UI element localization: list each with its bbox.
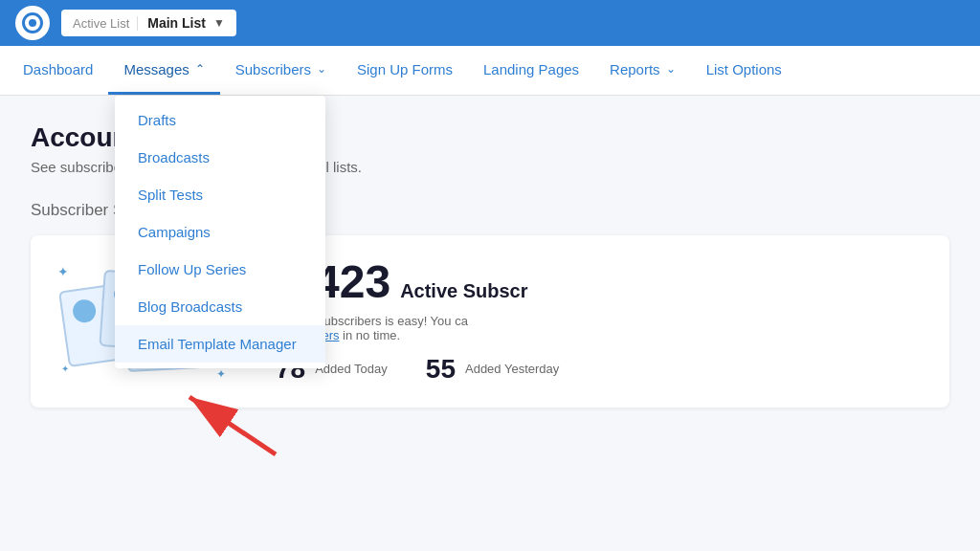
logo-icon — [22, 12, 43, 33]
chevron-up-icon: ⌃ — [195, 62, 205, 76]
added-yesterday-count: 55 — [426, 354, 456, 385]
nav-item-landing-pages[interactable]: Landing Pages — [468, 46, 594, 95]
nav-label-dashboard: Dashboard — [23, 61, 93, 77]
nav-label-messages: Messages — [123, 61, 189, 77]
sparkle-icon-5: ✦ — [216, 367, 226, 381]
card-avatar — [72, 298, 98, 324]
dropdown-item-follow-up-series[interactable]: Follow Up Series — [115, 251, 325, 288]
nav-item-list-options[interactable]: List Options — [691, 46, 797, 95]
nav-item-dashboard[interactable]: Dashboard — [8, 46, 108, 95]
nav-label-signup-forms: Sign Up Forms — [357, 61, 453, 77]
active-list-label: Active List — [73, 16, 138, 31]
nav-item-reports[interactable]: Reports ⌄ — [594, 46, 691, 95]
nav-label-subscribers: Subscribers — [235, 61, 311, 77]
dropdown-item-email-template-manager[interactable]: Email Template Manager — [115, 325, 325, 363]
top-bar: Active List Main List ▼ — [0, 0, 980, 46]
nav-item-messages[interactable]: Messages ⌃ — [108, 46, 219, 95]
dropdown-item-campaigns[interactable]: Campaigns — [115, 213, 325, 251]
chevron-down-icon-reports: ⌄ — [666, 62, 676, 76]
dropdown-item-blog-broadcasts[interactable]: Blog Broadcasts — [115, 288, 325, 325]
added-today-label: Added Today — [315, 362, 388, 376]
added-yesterday-label: Added Yesterday — [465, 362, 559, 376]
nav-item-subscribers[interactable]: Subscribers ⌄ — [220, 46, 342, 95]
main-list-label: Main List — [147, 15, 206, 31]
dropdown-item-broadcasts[interactable]: Broadcasts — [115, 139, 325, 176]
chevron-down-icon: ▼ — [213, 16, 225, 30]
nav-label-list-options: List Options — [706, 61, 782, 77]
dropdown-item-drafts[interactable]: Drafts — [115, 101, 325, 139]
sparkle-icon: ✦ — [57, 264, 69, 279]
chevron-down-icon: ⌄ — [317, 62, 326, 76]
dropdown-item-split-tests[interactable]: Split Tests — [115, 176, 325, 213]
list-selector[interactable]: Active List Main List ▼ — [61, 10, 236, 36]
messages-dropdown: Drafts Broadcasts Split Tests Campaigns … — [115, 96, 325, 368]
logo[interactable] — [15, 6, 50, 40]
active-subscriber-label: Active Subscr — [400, 280, 527, 302]
stat-added-yesterday: 55 Added Yesterday — [426, 354, 559, 385]
nav-label-landing-pages: Landing Pages — [483, 61, 579, 77]
sparkle-icon-4: ✦ — [61, 364, 69, 374]
nav-label-reports: Reports — [610, 61, 660, 77]
nav-bar: Dashboard Messages ⌃ Subscribers ⌄ Sign … — [0, 46, 980, 96]
nav-item-signup-forms[interactable]: Sign Up Forms — [342, 46, 468, 95]
